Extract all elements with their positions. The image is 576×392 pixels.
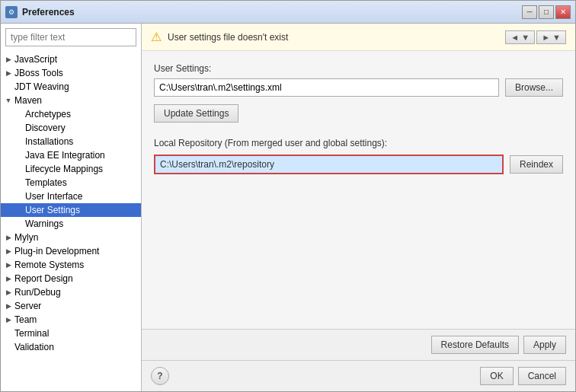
sidebar-item-warnings[interactable]: Warnings: [1, 217, 141, 231]
help-button[interactable]: ?: [151, 367, 169, 385]
tree-arrow-team: ▶: [4, 315, 13, 324]
tree-label-plugin-development: Plug-in Development: [14, 246, 138, 257]
close-button[interactable]: ✕: [555, 5, 571, 19]
nav-arrows: ◄ ▼ ► ▼: [505, 30, 566, 44]
tree-label-jboss-tools: JBoss Tools: [14, 68, 138, 78]
user-settings-row: Browse...: [154, 78, 563, 97]
tree-label-team: Team: [14, 314, 138, 325]
tree-label-server: Server: [14, 301, 138, 311]
sidebar-item-java-ee-integration[interactable]: Java EE Integration: [1, 148, 141, 162]
tree-arrow-terminal: [4, 329, 13, 338]
panel-footer: Restore Defaults Apply: [142, 329, 575, 360]
sidebar-item-report-design[interactable]: ▶ Report Design: [1, 272, 141, 285]
preferences-window: ⚙ Preferences ─ □ ✕ ▶ JavaScript ▶ JBoss…: [0, 0, 576, 392]
sidebar-item-archetypes[interactable]: Archetypes: [1, 107, 141, 121]
sidebar-item-server[interactable]: ▶ Server: [1, 299, 141, 313]
minimize-button[interactable]: ─: [522, 5, 537, 19]
apply-button[interactable]: Apply: [523, 336, 566, 354]
tree-arrow-templates: [14, 178, 24, 187]
tree-arrow-report-design: ▶: [4, 274, 13, 283]
sidebar-item-jboss-tools[interactable]: ▶ JBoss Tools: [1, 66, 141, 80]
sidebar-item-installations[interactable]: Installations: [1, 135, 141, 148]
tree-arrow-run-debug: ▶: [4, 288, 13, 297]
footer-right: Restore Defaults Apply: [431, 336, 566, 354]
tree-label-installations: Installations: [25, 136, 138, 147]
bottom-area: Restore Defaults Apply ? OK Cancel: [142, 329, 575, 391]
sidebar-item-validation[interactable]: Validation: [1, 340, 141, 354]
update-settings-button[interactable]: Update Settings: [154, 104, 238, 123]
cancel-button[interactable]: Cancel: [518, 367, 566, 385]
tree-label-archetypes: Archetypes: [25, 109, 138, 120]
local-repo-row: Reindex: [154, 155, 563, 174]
sidebar-item-remote-systems[interactable]: ▶ Remote Systems: [1, 258, 141, 272]
user-settings-input[interactable]: [154, 78, 499, 97]
maximize-button[interactable]: □: [539, 5, 554, 19]
tree-label-jdt-weaving: JDT Weaving: [14, 81, 138, 92]
tree-label-java-ee-integration: Java EE Integration: [25, 150, 138, 161]
sidebar: ▶ JavaScript ▶ JBoss Tools JDT Weaving ▼…: [1, 24, 142, 391]
local-repo-label: Local Repository (From merged user and g…: [154, 138, 563, 148]
window-title: Preferences: [22, 7, 522, 18]
tree-label-report-design: Report Design: [14, 273, 138, 284]
content-area: ▶ JavaScript ▶ JBoss Tools JDT Weaving ▼…: [1, 24, 575, 391]
tree-label-mylyn: Mylyn: [14, 232, 138, 243]
warning-icon: ⚠: [151, 30, 162, 44]
sidebar-item-discovery[interactable]: Discovery: [1, 121, 141, 135]
tree-label-lifecycle-mappings: Lifecycle Mappings: [25, 164, 138, 174]
title-bar: ⚙ Preferences ─ □ ✕: [1, 1, 575, 24]
tree-arrow-maven: ▼: [4, 96, 13, 105]
restore-defaults-button[interactable]: Restore Defaults: [431, 336, 519, 354]
sidebar-item-terminal[interactable]: Terminal: [1, 327, 141, 340]
tree-arrow-jdt-weaving: [4, 82, 13, 91]
search-input[interactable]: [5, 28, 136, 46]
tree-arrow-java-ee-integration: [14, 151, 24, 160]
tree-label-user-settings: User Settings: [25, 205, 138, 215]
sidebar-item-maven[interactable]: ▼ Maven: [1, 94, 141, 107]
sidebar-item-lifecycle-mappings[interactable]: Lifecycle Mappings: [1, 162, 141, 176]
tree-label-user-interface: User Interface: [25, 191, 138, 202]
tree-arrow-discovery: [14, 123, 24, 132]
panel-body: User Settings: Browse... Update Settings…: [142, 51, 575, 329]
tree-label-javascript: JavaScript: [14, 54, 138, 65]
tree-arrow-jboss-tools: ▶: [4, 69, 13, 78]
local-repo-input[interactable]: [154, 155, 504, 174]
tree-label-maven: Maven: [14, 95, 138, 106]
tree-label-run-debug: Run/Debug: [14, 287, 138, 298]
sidebar-item-jdt-weaving[interactable]: JDT Weaving: [1, 80, 141, 94]
tree-arrow-mylyn: ▶: [4, 233, 13, 242]
tree-arrow-user-interface: [14, 192, 24, 201]
dialog-footer: ? OK Cancel: [142, 360, 575, 391]
reindex-button[interactable]: Reindex: [510, 155, 563, 174]
browse-button[interactable]: Browse...: [505, 78, 563, 97]
sidebar-item-user-settings[interactable]: User Settings: [1, 203, 141, 217]
sidebar-item-plugin-development[interactable]: ▶ Plug-in Development: [1, 244, 141, 258]
window-controls: ─ □ ✕: [522, 5, 571, 19]
tree-arrow-lifecycle-mappings: [14, 164, 24, 174]
ok-button[interactable]: OK: [480, 367, 513, 385]
tree-label-discovery: Discovery: [25, 123, 138, 133]
tree-arrow-warnings: [14, 219, 24, 228]
tree-arrow-plugin-development: ▶: [4, 247, 13, 256]
sidebar-item-javascript[interactable]: ▶ JavaScript: [1, 53, 141, 66]
tree-area: ▶ JavaScript ▶ JBoss Tools JDT Weaving ▼…: [1, 51, 141, 391]
tree-arrow-validation: [4, 343, 13, 352]
tree-arrow-server: ▶: [4, 301, 13, 311]
tree-arrow-javascript: ▶: [4, 55, 13, 64]
tree-label-warnings: Warnings: [25, 218, 138, 229]
tree-arrow-installations: [14, 137, 24, 146]
tree-arrow-archetypes: [14, 110, 24, 119]
tree-label-terminal: Terminal: [14, 328, 138, 339]
sidebar-item-templates[interactable]: Templates: [1, 176, 141, 190]
back-button[interactable]: ◄ ▼: [505, 30, 535, 44]
sidebar-item-mylyn[interactable]: ▶ Mylyn: [1, 231, 141, 244]
tree-label-validation: Validation: [14, 342, 138, 352]
sidebar-item-user-interface[interactable]: User Interface: [1, 190, 141, 203]
tree-label-templates: Templates: [25, 177, 138, 188]
user-settings-label: User Settings:: [154, 63, 563, 74]
sidebar-item-team[interactable]: ▶ Team: [1, 313, 141, 327]
forward-button[interactable]: ► ▼: [536, 30, 566, 44]
sidebar-item-run-debug[interactable]: ▶ Run/Debug: [1, 285, 141, 299]
header-warning-text: User settings file doesn't exist: [168, 32, 288, 43]
panel-header: ⚠ User settings file doesn't exist ◄ ▼ ►…: [142, 24, 575, 51]
window-icon: ⚙: [5, 6, 18, 18]
